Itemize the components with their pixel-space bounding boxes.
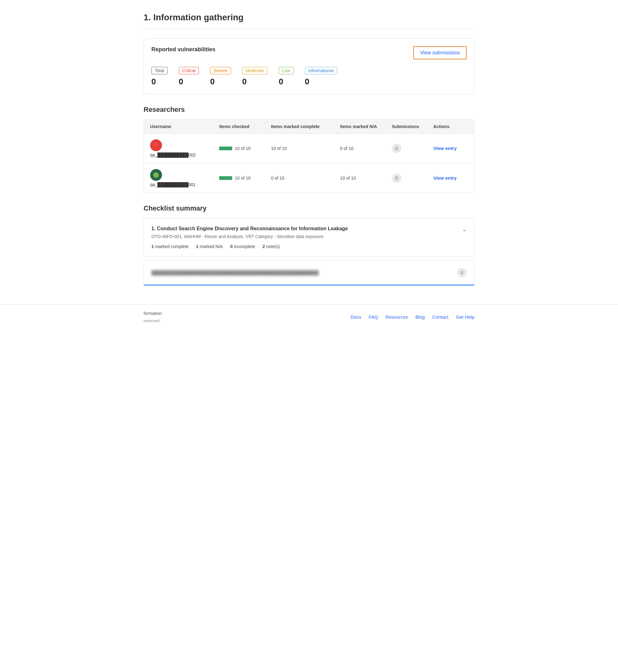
table-col-header: Items marked N/A: [340, 124, 392, 129]
severity-badge[interactable]: Low: [279, 67, 294, 74]
checklist-section-title: Checklist summary: [143, 204, 475, 213]
items-marked-complete-cell: 10 of 10: [271, 146, 340, 151]
footer-nav-link[interactable]: Contact: [432, 314, 448, 320]
severity-badge[interactable]: Informational: [305, 67, 337, 74]
footer-content: formation reserved. DocsFAQResourcesBlog…: [143, 311, 475, 323]
table-header-row: UsernameItems checkedItems marked comple…: [144, 120, 474, 134]
items-marked-complete-cell: 0 of 10: [271, 176, 340, 181]
table-col-header: Items checked: [219, 124, 271, 129]
submissions-cell: 0: [392, 144, 433, 153]
checklist-stat: 2 note(s): [263, 244, 280, 249]
chevron-down-icon[interactable]: ⌄: [462, 226, 467, 233]
checklist-stat: 0 incomplete: [230, 244, 255, 249]
checklist-item-title: 1. Conduct Search Engine Discovery and R…: [151, 226, 462, 232]
checklist-item-card: 1. Conduct Search Engine Discovery and R…: [143, 218, 475, 257]
checklist-stat: 1 marked N/A: [196, 244, 223, 249]
items-checked-value: 10 of 10: [235, 176, 250, 181]
researchers-section-title: Researchers: [143, 106, 475, 114]
severity-badge[interactable]: Moderate: [242, 67, 268, 74]
severity-count: 0: [279, 77, 294, 87]
blurred-content: ████████████████████████████████████████…: [151, 270, 452, 275]
researcher-info: 🔴 qa_██████████002: [150, 139, 219, 157]
researchers-table: UsernameItems checkedItems marked comple…: [143, 119, 475, 193]
checklist-item-subtitle: OTG-INFO-001, WAHHM - Recon and Analysis…: [151, 234, 462, 239]
items-checked-cell: 10 of 10: [219, 176, 271, 181]
checklist-stat: 1 marked complete: [151, 244, 189, 249]
items-checked-cell: 10 of 10: [219, 146, 271, 151]
severity-badge[interactable]: Severe: [210, 67, 231, 74]
researcher-info: 🟢 qa_██████████001: [150, 169, 219, 187]
footer-nav-link[interactable]: Resources: [386, 314, 408, 320]
footer-nav-link[interactable]: Get Help: [456, 314, 475, 320]
page-title: 1. Information gathering: [143, 12, 475, 29]
severity-count: 0: [305, 77, 337, 87]
footer-nav-link[interactable]: Docs: [350, 314, 361, 320]
checklist-stats: 1 marked complete1 marked N/A0 incomplet…: [151, 244, 462, 249]
vulnerabilities-title: Reported vulnerabilities: [151, 46, 215, 53]
submissions-cell: 0: [392, 173, 433, 183]
items-marked-na-cell: 0 of 10: [340, 146, 392, 151]
severity-item-low: Low 0: [279, 67, 294, 87]
table-col-header: Items marked complete: [271, 124, 340, 129]
footer: formation reserved. DocsFAQResourcesBlog…: [0, 304, 618, 329]
items-marked-na-cell: 10 of 10: [340, 176, 392, 181]
progress-bar: [219, 147, 232, 150]
partial-submissions-badge: 0: [457, 268, 467, 277]
footer-nav-link[interactable]: Blog: [415, 314, 425, 320]
footer-left-text: formation: [143, 311, 162, 316]
severity-item-total: Total 0: [151, 67, 168, 87]
severity-item-informational: Informational 0: [305, 67, 337, 87]
view-submissions-button[interactable]: View submissions: [413, 46, 467, 59]
actions-cell: View entry: [433, 146, 468, 151]
table-row: 🟢 qa_██████████001 10 of 10 0 of 10 10 o…: [144, 163, 474, 193]
progress-bar: [219, 176, 232, 180]
severity-item-severe: Severe 0: [210, 67, 231, 87]
researcher-username: qa_██████████001: [150, 182, 219, 187]
view-entry-link[interactable]: View entry: [433, 175, 456, 181]
submissions-badge: 0: [392, 144, 401, 153]
checklist-item-header: 1. Conduct Search Engine Discovery and R…: [151, 226, 467, 249]
actions-cell: View entry: [433, 175, 468, 181]
table-row: 🔴 qa_██████████002 10 of 10 10 of 10 0 o…: [144, 134, 474, 163]
footer-nav: DocsFAQResourcesBlogContactGet Help: [350, 314, 475, 320]
table-col-header: Submissions: [392, 124, 433, 129]
submissions-badge: 0: [392, 173, 401, 183]
table-col-header: Username: [150, 124, 219, 129]
severity-row: Total 0 Critical 0 Severe 0 Moderate 0 L…: [151, 67, 467, 87]
severity-badge[interactable]: Critical: [179, 67, 199, 74]
avatar: 🟢: [150, 169, 162, 181]
checklist-item-content: 1. Conduct Search Engine Discovery and R…: [151, 226, 462, 249]
footer-nav-link[interactable]: FAQ: [369, 314, 378, 320]
card-header: Reported vulnerabilities View submission…: [151, 46, 467, 59]
severity-count: 0: [179, 77, 199, 87]
severity-count: 0: [151, 77, 168, 87]
view-entry-link[interactable]: View entry: [433, 146, 456, 151]
severity-item-critical: Critical 0: [179, 67, 199, 87]
footer-reserved: reserved.: [143, 318, 162, 323]
severity-item-moderate: Moderate 0: [242, 67, 268, 87]
vulnerabilities-card: Reported vulnerabilities View submission…: [143, 38, 475, 94]
severity-count: 0: [210, 77, 231, 87]
severity-badge[interactable]: Total: [151, 67, 168, 74]
severity-count: 0: [242, 77, 268, 87]
researcher-username: qa_██████████002: [150, 153, 219, 157]
avatar: 🔴: [150, 139, 162, 151]
items-checked-value: 10 of 10: [235, 146, 250, 151]
partial-checklist-card: ████████████████████████████████████████…: [143, 261, 475, 285]
table-col-header: Actions: [433, 124, 468, 129]
